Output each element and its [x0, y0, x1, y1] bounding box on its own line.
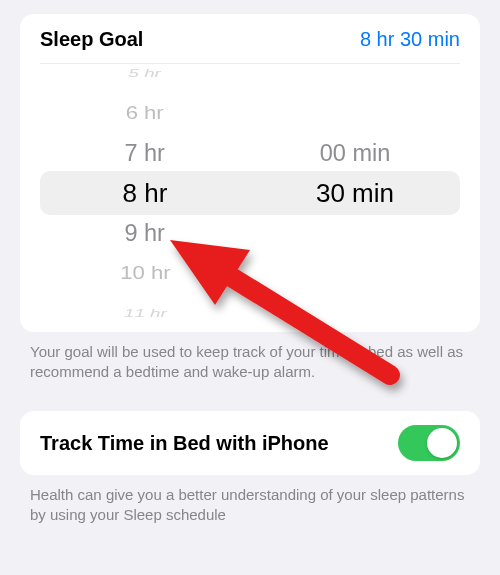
- toggle-knob: [427, 428, 457, 458]
- duration-picker[interactable]: 5 hr 6 hr 7 hr 8 hr 9 hr 10 hr 11 hr 00 …: [40, 68, 460, 318]
- minutes-wheel[interactable]: 00 min 30 min .: [250, 68, 460, 318]
- minutes-option[interactable]: 00 min: [320, 134, 391, 172]
- hours-option-selected[interactable]: 8 hr: [123, 173, 168, 213]
- hours-option[interactable]: 11 hr: [124, 304, 167, 318]
- track-time-title: Track Time in Bed with iPhone: [40, 431, 329, 455]
- track-time-toggle[interactable]: [398, 425, 460, 461]
- minutes-option-selected[interactable]: 30 min: [316, 173, 394, 213]
- track-time-card: Track Time in Bed with iPhone: [20, 411, 480, 475]
- sleep-goal-value[interactable]: 8 hr 30 min: [360, 28, 460, 51]
- hours-option[interactable]: 9 hr: [125, 214, 166, 252]
- sleep-goal-caption: Your goal will be used to keep track of …: [30, 342, 470, 383]
- sleep-goal-title: Sleep Goal: [40, 28, 143, 51]
- hours-option[interactable]: 7 hr: [125, 134, 166, 172]
- track-time-caption: Health can give you a better understandi…: [30, 485, 470, 526]
- hours-option[interactable]: 5 hr: [129, 68, 161, 82]
- hours-option[interactable]: 6 hr: [126, 97, 164, 129]
- sleep-goal-header: Sleep Goal 8 hr 30 min: [40, 28, 460, 64]
- hours-wheel[interactable]: 5 hr 6 hr 7 hr 8 hr 9 hr 10 hr 11 hr: [40, 68, 250, 318]
- sleep-goal-card: Sleep Goal 8 hr 30 min 5 hr 6 hr 7 hr 8 …: [20, 14, 480, 332]
- hours-option[interactable]: 10 hr: [120, 257, 170, 289]
